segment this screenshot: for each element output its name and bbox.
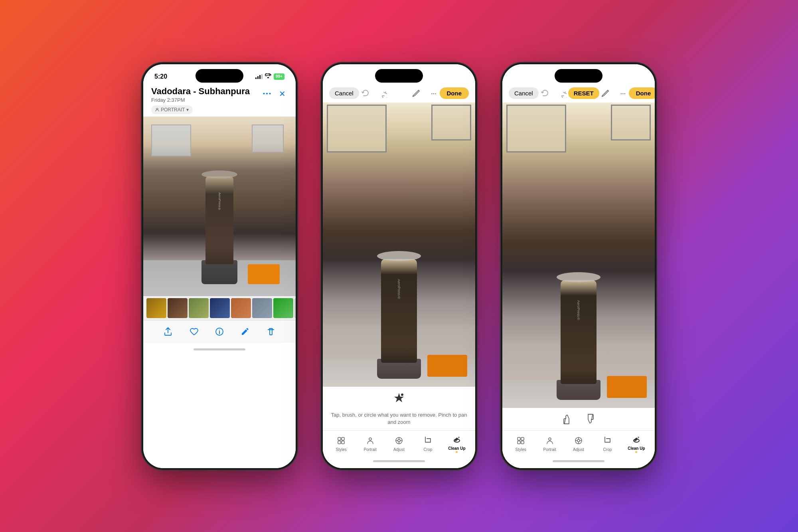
phone2-screen: Cancel ··· Done: [323, 64, 475, 468]
redo-icon-3[interactable]: [556, 87, 568, 99]
svg-point-20: [458, 437, 460, 438]
crop-icon-2: [422, 435, 433, 446]
portrait-chevron: ▾: [186, 107, 189, 113]
edit-photo-2: AeroPress®: [323, 103, 475, 387]
svg-point-3: [156, 108, 158, 110]
adjust-label-2: Adjust: [393, 447, 405, 452]
cleanup-icon-2: [451, 434, 462, 445]
cancel-button-3[interactable]: Cancel: [509, 87, 539, 99]
svg-rect-8: [338, 437, 341, 440]
undo-icon-3[interactable]: [539, 87, 551, 99]
styles-tool-2[interactable]: Styles: [327, 435, 356, 452]
crop-tool-3[interactable]: Crop: [593, 435, 622, 452]
share-button[interactable]: [161, 324, 175, 339]
undo-icon-2[interactable]: [359, 87, 371, 99]
pen-icon-2[interactable]: [410, 87, 422, 99]
thumbnail-strip: [143, 296, 296, 320]
svg-rect-11: [342, 441, 344, 444]
svg-point-6: [219, 330, 220, 330]
window-2-p3: [611, 105, 651, 140]
close-button[interactable]: ✕: [277, 88, 288, 99]
window-1-p3: [506, 105, 566, 152]
thumb-4[interactable]: [210, 298, 230, 318]
cleanup-hint: Tap, brush, or circle what you want to r…: [323, 387, 475, 430]
window-decoration-2: [252, 125, 284, 152]
orange-tray-1: [248, 264, 280, 284]
portrait-label-2: Portrait: [363, 447, 376, 452]
thumb-8[interactable]: [294, 298, 296, 318]
active-indicator-3: [635, 451, 637, 453]
aero-top-p2: [377, 251, 421, 261]
svg-point-7: [401, 394, 403, 396]
trash-button[interactable]: [264, 324, 278, 339]
portrait-tool-2[interactable]: Portrait: [356, 435, 384, 452]
svg-point-1: [266, 93, 268, 95]
home-indicator-1: [143, 343, 296, 356]
dynamic-island-1: [196, 69, 243, 83]
aeropress-top-1: [201, 170, 237, 178]
adjust-tool-3[interactable]: Adjust: [564, 435, 593, 452]
crop-label-3: Crop: [603, 447, 612, 452]
photo-header: Vadodara - Subhanpura Friday 2:37PM ✕: [143, 85, 296, 105]
thumb-7[interactable]: [273, 298, 293, 318]
window-decoration-1: [151, 125, 191, 156]
cancel-button-2[interactable]: Cancel: [329, 87, 359, 99]
thumb-3[interactable]: [189, 298, 209, 318]
aero-body-p3: AeroPress®: [561, 280, 597, 384]
thumbs-down-button[interactable]: [583, 413, 595, 427]
svg-rect-10: [338, 441, 341, 444]
info-button[interactable]: [212, 324, 227, 339]
edit-button[interactable]: [238, 324, 252, 339]
svg-rect-9: [342, 437, 344, 440]
thumb-2[interactable]: [168, 298, 188, 318]
edit-right-icons-3: ···: [599, 87, 629, 99]
aeropress-body-1: AeroPress®: [205, 176, 233, 264]
thumb-5[interactable]: [231, 298, 251, 318]
adjust-icon-3: [573, 435, 584, 446]
done-button-3[interactable]: Done: [629, 87, 655, 99]
phone-2: Cancel ··· Done: [321, 63, 477, 470]
more-icon-2[interactable]: ···: [428, 87, 440, 99]
phone1-screen: 5:20 99+ Vadodara - Subhanpura: [143, 64, 296, 468]
favorite-button[interactable]: [187, 324, 201, 339]
home-indicator-3: [502, 455, 655, 468]
svg-point-2: [269, 93, 271, 95]
portrait-badge[interactable]: PORTRAIT ▾: [151, 105, 193, 114]
svg-rect-23: [518, 441, 520, 444]
tray-p2: [427, 355, 467, 377]
more-button[interactable]: [261, 88, 273, 99]
pen-icon-3[interactable]: [599, 87, 611, 99]
svg-point-14: [398, 439, 400, 442]
aero-body-p2: AeroPress®: [381, 259, 417, 363]
signal-icon: [255, 74, 263, 79]
reset-button-3[interactable]: RESET: [568, 87, 599, 99]
svg-rect-22: [521, 437, 524, 440]
portrait-tool-3[interactable]: Portrait: [535, 435, 564, 452]
home-indicator-2: [323, 455, 475, 468]
cleanup-tool-3[interactable]: Clean Up: [622, 434, 651, 453]
dynamic-island-2: [375, 69, 423, 83]
thumbs-up-button[interactable]: [563, 413, 574, 427]
cleanup-tool-2[interactable]: Clean Up: [442, 434, 471, 453]
phone3-screen: Cancel RESET ··· Done: [502, 64, 655, 468]
photo-title: Vadodara - Subhanpura: [151, 87, 250, 96]
crop-tool-2[interactable]: Crop: [413, 435, 442, 452]
styles-icon-2: [336, 435, 347, 446]
status-icons-1: 99+: [255, 73, 284, 80]
styles-icon-3: [515, 435, 526, 446]
styles-tool-3[interactable]: Styles: [506, 435, 535, 452]
svg-point-12: [369, 438, 371, 440]
svg-point-27: [577, 439, 580, 442]
svg-point-25: [549, 438, 551, 440]
coffee-photo-2: AeroPress®: [323, 103, 475, 387]
cleanup-label-2: Clean Up: [448, 446, 465, 451]
thumb-6[interactable]: [252, 298, 272, 318]
main-photo-1: AeroPress®: [143, 117, 296, 296]
active-indicator-2: [456, 451, 458, 453]
thumb-1[interactable]: [146, 298, 166, 318]
more-icon-3[interactable]: ···: [617, 87, 629, 99]
done-button-2[interactable]: Done: [440, 87, 469, 99]
redo-icon-2[interactable]: [377, 87, 389, 99]
adjust-tool-2[interactable]: Adjust: [385, 435, 413, 452]
magic-eraser-icon: [392, 391, 406, 408]
